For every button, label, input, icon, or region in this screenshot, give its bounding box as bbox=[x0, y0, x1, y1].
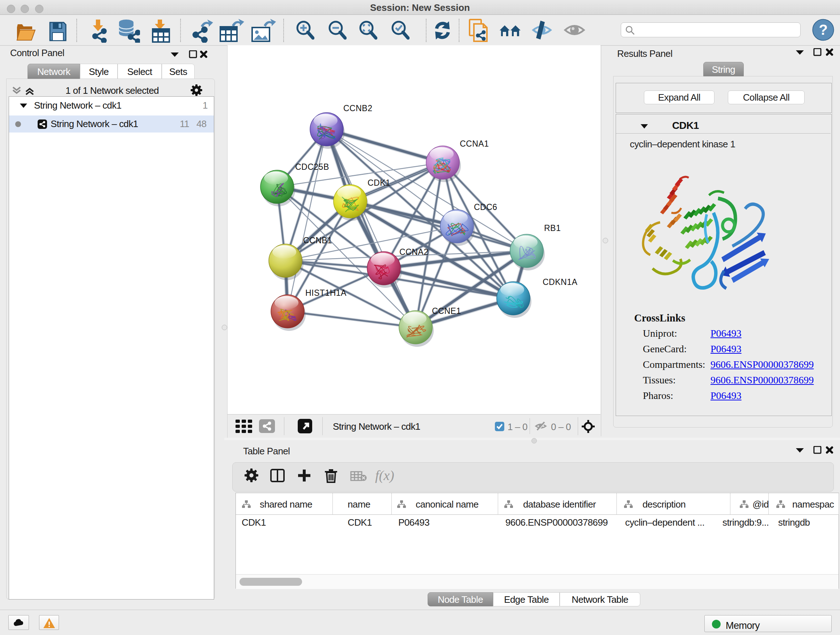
svg-text:CDC25B: CDC25B bbox=[295, 162, 329, 172]
svg-text:CCNA2: CCNA2 bbox=[399, 247, 428, 257]
svg-text:CCNB2: CCNB2 bbox=[343, 103, 372, 113]
svg-text:CCNA1: CCNA1 bbox=[460, 139, 489, 149]
svg-text:RB1: RB1 bbox=[544, 223, 561, 233]
svg-text:CCNE1: CCNE1 bbox=[432, 306, 461, 316]
svg-text:CDKN1A: CDKN1A bbox=[543, 277, 577, 287]
svg-text:?: ? bbox=[819, 22, 828, 38]
svg-text:HIST1H1A: HIST1H1A bbox=[305, 288, 347, 298]
svg-text:CCNB1: CCNB1 bbox=[303, 236, 332, 245]
svg-text:CDC6: CDC6 bbox=[474, 203, 497, 212]
svg-text:CDK1: CDK1 bbox=[368, 178, 390, 187]
